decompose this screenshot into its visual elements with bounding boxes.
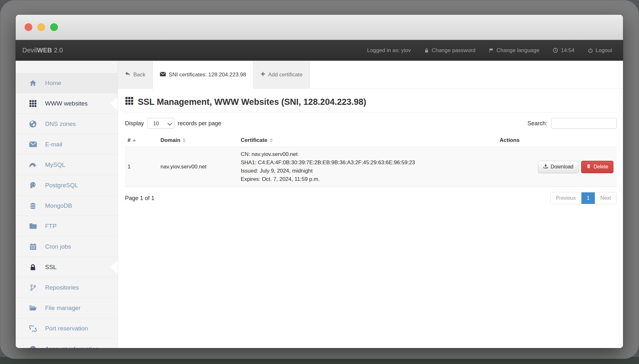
row-certificate-cell: CN: nav.yiov.serv00.net SHA1: C4:EA:4F:0…: [238, 147, 497, 187]
column-header-actions: Actions: [497, 135, 617, 147]
sidebar-item-label: Cron jobs: [45, 243, 71, 250]
row-domain-cell: nav.yiov.serv00.net: [158, 147, 238, 187]
download-icon: [543, 164, 548, 170]
records-per-page-select[interactable]: 10: [147, 118, 175, 129]
delete-button[interactable]: Delete: [581, 161, 613, 173]
table-row: 1 nav.yiov.serv00.net CN: nav.yiov.serv0…: [125, 147, 617, 187]
column-header-num[interactable]: #: [125, 135, 158, 147]
sidebar-item-label: File manager: [45, 305, 81, 312]
tab-sni-certificates[interactable]: SNI certificates: 128.204.223.98: [153, 61, 253, 89]
cert-issued-line: Issued: July 9, 2024, midnight: [241, 167, 313, 175]
window-minimize-button[interactable]: [37, 23, 45, 31]
column-header-certificate[interactable]: Certificate: [238, 135, 497, 147]
cert-cn-line: CN: nav.yiov.serv00.net: [241, 150, 298, 159]
tab-back[interactable]: Back: [118, 61, 153, 89]
pagination-next[interactable]: Next: [595, 192, 616, 204]
download-button[interactable]: Download: [538, 161, 579, 173]
window-titlebar: [16, 15, 623, 40]
sidebar-item-label: MySQL: [45, 161, 65, 168]
envelope-icon: [160, 72, 166, 78]
envelope-icon: [28, 141, 37, 148]
sidebar-item-file-manager[interactable]: File manager: [16, 298, 118, 318]
certificates-table: # Domain Certificate Actions: [125, 135, 617, 187]
home-icon: [28, 80, 37, 87]
sidebar-item-label: Home: [45, 80, 61, 87]
row-number-cell: 1: [125, 147, 158, 187]
clock-item: 14:54: [553, 47, 574, 54]
lock-icon: [424, 48, 429, 53]
sidebar-item-repositories[interactable]: Repositories: [16, 277, 118, 298]
grid-icon: [28, 100, 37, 107]
clock-icon: [553, 48, 558, 53]
search-label: Search:: [527, 120, 547, 127]
sidebar-item-port-reservation[interactable]: Port reservation: [16, 318, 118, 339]
sidebar-item-mysql[interactable]: MySQL: [16, 155, 118, 175]
flag-icon: [489, 48, 494, 53]
sidebar-item-label: Account information: [45, 345, 99, 348]
sidebar-item-mongodb[interactable]: MongoDB: [16, 196, 118, 216]
sidebar-item-account-information[interactable]: Account information: [16, 339, 118, 348]
sort-icon: [183, 138, 186, 143]
sort-asc-icon: [133, 139, 136, 141]
cert-expires-line: Expires: Oct. 7, 2024, 11:59 p.m.: [241, 175, 320, 183]
broken-link-icon: [28, 325, 37, 332]
window-close-button[interactable]: [25, 23, 32, 31]
sidebar-item-label: SSL: [45, 264, 57, 271]
plus-icon: [261, 72, 265, 78]
app-brand[interactable]: DevilWEB 2.0: [22, 47, 63, 54]
logged-in-as: Logged in as: yiov: [367, 47, 411, 54]
change-password-link[interactable]: Change password: [424, 47, 475, 54]
logout-link[interactable]: Logout: [588, 47, 612, 54]
trash-icon: [586, 164, 591, 170]
sidebar-item-postgresql[interactable]: PostgreSQL: [16, 175, 118, 196]
window-zoom-button[interactable]: [50, 23, 58, 31]
tab-bar: Back SNI certificates: 128.204.223.98 Ad…: [118, 61, 623, 89]
account-icon: [28, 345, 37, 348]
pagination-page-1[interactable]: 1: [581, 192, 595, 204]
sidebar-item-dns-zones[interactable]: DNS zones: [16, 114, 118, 134]
table-header-row: # Domain Certificate Actions: [125, 135, 617, 147]
lock-icon: [28, 263, 37, 271]
sidebar-item-label: Repositories: [45, 284, 79, 291]
sidebar-item-label: WWW websites: [45, 100, 88, 107]
grid-icon: [125, 97, 134, 107]
sidebar-item-label: FTP: [45, 223, 57, 230]
folder-icon: [28, 223, 37, 229]
records-per-page-label: records per page: [178, 120, 221, 127]
sidebar-item-www-websites[interactable]: WWW websites: [16, 93, 118, 114]
page-info: Page 1 of 1: [125, 195, 154, 202]
sidebar-item-email[interactable]: E-mail: [16, 134, 118, 155]
calendar-icon: [28, 243, 37, 251]
display-label: Display: [125, 120, 144, 127]
app-window: DevilWEB 2.0 Logged in as: yiov Change p…: [16, 15, 623, 348]
sidebar-item-label: PostgreSQL: [45, 182, 78, 189]
cert-sha1-line: SHA1: C4:EA:4F:0B:30:39:7E:2B:EB:9B:36:A…: [241, 159, 415, 167]
tab-add-certificate[interactable]: Add certificate: [253, 61, 310, 89]
sidebar-item-home[interactable]: Home: [16, 73, 118, 93]
database-icon: [28, 202, 37, 210]
app-navbar: DevilWEB 2.0 Logged in as: yiov Change p…: [16, 40, 623, 61]
sidebar-item-cron-jobs[interactable]: Cron jobs: [16, 236, 118, 257]
power-icon: [588, 48, 593, 53]
search-input[interactable]: [551, 118, 617, 129]
folder-open-icon: [28, 305, 37, 311]
change-language-link[interactable]: Change language: [489, 47, 539, 54]
sidebar-item-label: MongoDB: [45, 202, 72, 209]
sidebar-item-ssl[interactable]: SSL: [16, 257, 118, 277]
pagination: Previous 1 Next: [550, 192, 617, 204]
sidebar-item-label: E-mail: [45, 141, 62, 148]
title-divider: [125, 112, 617, 112]
sidebar-item-label: DNS zones: [45, 120, 76, 128]
row-actions-cell: Download Delete: [497, 147, 617, 187]
git-branch-icon: [28, 284, 37, 291]
postgresql-elephant-icon: [28, 182, 37, 189]
globe-icon: [28, 120, 37, 128]
pagination-previous[interactable]: Previous: [550, 192, 581, 204]
mysql-dolphin-icon: [28, 161, 37, 168]
column-header-domain[interactable]: Domain: [158, 135, 238, 147]
page-title: SSL Management, WWW Websites (SNI, 128.2…: [125, 97, 617, 107]
sidebar-item-ftp[interactable]: FTP: [16, 216, 118, 236]
sort-icon: [269, 138, 273, 143]
back-arrow-icon: [125, 72, 130, 78]
sidebar: Home WWW websites DNS zones E-mail MySQL: [16, 61, 118, 348]
